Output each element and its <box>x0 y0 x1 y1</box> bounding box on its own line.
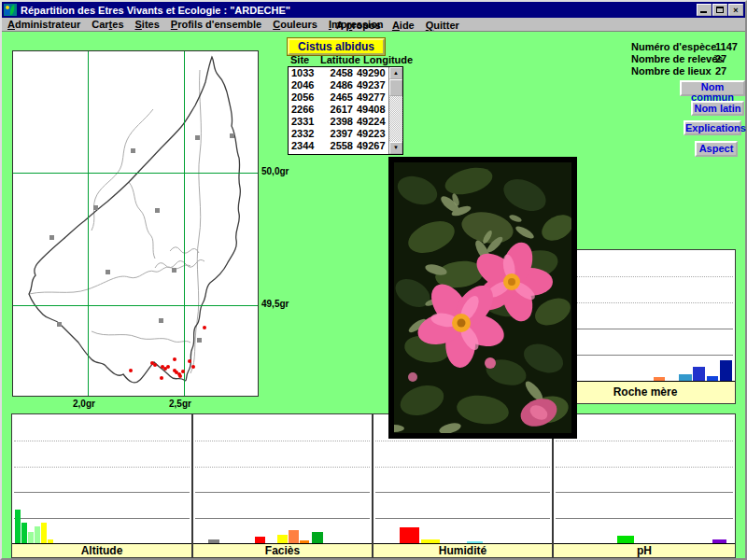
bar <box>35 526 40 544</box>
site-marker <box>155 208 160 213</box>
cell-longitude: 49223 <box>353 128 388 140</box>
column-header-longitude: Longitude <box>363 54 413 65</box>
gridline <box>557 276 733 277</box>
bar <box>720 360 732 381</box>
chart-area <box>554 414 735 544</box>
menu-right-group: A proposAideQuitter <box>331 18 465 32</box>
scroll-up-button[interactable]: ▲ <box>389 67 402 79</box>
gridline <box>557 329 733 329</box>
gridline <box>195 467 370 468</box>
close-button[interactable]: × <box>728 4 743 16</box>
site-marker <box>57 322 62 327</box>
latitude-tick-495: 49,5gr <box>261 299 289 309</box>
table-row[interactable]: 2344255849267 <box>289 140 388 152</box>
column-header-latitude: Latitude <box>320 54 360 65</box>
distribution-map[interactable] <box>12 50 259 397</box>
cell-longitude: 49237 <box>353 79 388 91</box>
cell-latitude: 2398 <box>319 116 353 128</box>
gridline <box>195 441 370 441</box>
bar <box>15 510 21 544</box>
scrollbar-thumb[interactable] <box>389 79 402 96</box>
window-title: Répartition des Etres Vivants et Ecologi… <box>21 5 697 16</box>
menu-profils-d-ensemble[interactable]: Profils d'ensemble <box>171 19 261 30</box>
chart-title-roche-mere: Roche mère <box>556 381 735 403</box>
occurrence-dot <box>129 369 133 372</box>
button-explications[interactable]: Explications <box>684 120 741 135</box>
site-marker <box>49 235 54 240</box>
site-marker <box>131 148 135 153</box>
table-row[interactable]: 2332239749223 <box>289 128 388 140</box>
gridline <box>14 518 190 519</box>
menu-cartes[interactable]: Cartes <box>92 19 123 30</box>
cistus-photo-image <box>394 162 571 433</box>
table-row[interactable]: 2331239849224 <box>289 116 388 128</box>
site-marker <box>195 135 200 140</box>
gridline <box>14 492 190 493</box>
chart-title-humidite: Humidité <box>374 543 552 557</box>
close-icon: × <box>733 6 738 15</box>
table-row[interactable]: 2046248649237 <box>289 79 388 91</box>
stat-label: Nombre de lieux <box>631 65 710 77</box>
bar <box>289 530 299 544</box>
cell-latitude: 2558 <box>319 140 353 152</box>
gridline <box>375 441 550 441</box>
client-area: 50,0gr 49,5gr 2,0gr 2,5gr Cistus albidus… <box>2 32 745 558</box>
table-row[interactable]: 1033245849290 <box>289 67 388 79</box>
menu-administrateur[interactable]: Administrateur <box>7 19 80 30</box>
bar <box>41 523 47 544</box>
menu-bar: AdministrateurCartesSitesProfils d'ensem… <box>2 18 745 32</box>
stat-label: Nombre de relevés <box>631 53 710 65</box>
sites-list-body: 1033245849290204624864923720562465492772… <box>289 67 388 154</box>
menu-sites[interactable]: Sites <box>135 19 160 30</box>
chart-title-facies: Faciès <box>193 543 372 557</box>
app-icon <box>4 4 17 16</box>
title-bar[interactable]: Répartition des Etres Vivants et Ecologi… <box>2 2 745 18</box>
button-aspect[interactable]: Aspect <box>695 141 738 157</box>
site-marker <box>93 205 98 210</box>
occurrence-dot <box>166 365 170 369</box>
menu-couleurs[interactable]: Couleurs <box>273 19 317 30</box>
site-marker <box>159 318 163 323</box>
gridline <box>556 467 733 468</box>
chart-area <box>193 414 372 544</box>
scroll-down-button[interactable]: ▼ <box>389 142 402 154</box>
chart-panel-altitude: Altitude <box>11 413 192 558</box>
bar <box>21 523 27 544</box>
menu-a-propos[interactable]: A propos <box>336 20 381 31</box>
site-marker <box>197 338 202 343</box>
cell-site: 2331 <box>289 116 319 128</box>
button-nom-latin[interactable]: Nom latin <box>691 101 744 116</box>
species-name-box: Cistus albidus <box>288 38 385 55</box>
vertical-scrollbar[interactable]: ▲ ▼ <box>388 67 402 154</box>
scrollbar-track[interactable] <box>389 79 402 142</box>
minimize-icon <box>700 11 707 13</box>
maximize-button[interactable] <box>712 4 727 16</box>
table-row[interactable]: 2266261749408 <box>289 104 388 116</box>
menu-quitter[interactable]: Quitter <box>426 20 459 31</box>
occurrence-dot <box>178 374 182 378</box>
chart-area <box>12 414 191 544</box>
cell-site: 2056 <box>289 91 319 104</box>
bar <box>693 367 705 381</box>
button-nom-commun[interactable]: Nom commun <box>680 80 745 96</box>
table-row[interactable]: 2056246549277 <box>289 91 388 104</box>
map-markers-layer <box>13 51 258 396</box>
cell-site: 2332 <box>289 128 319 140</box>
gridline <box>375 492 550 493</box>
menu-aide[interactable]: Aide <box>392 20 415 31</box>
sites-list-box: 1033245849290204624864923720562465492772… <box>288 66 403 155</box>
cell-longitude: 49224 <box>353 116 388 128</box>
cell-longitude: 49277 <box>353 91 388 104</box>
species-stats: Numéro d'espèce1147Nombre de relevés27No… <box>631 41 743 77</box>
gridline <box>375 518 550 519</box>
occurrence-dot <box>160 376 163 380</box>
occurrence-dot <box>173 357 176 361</box>
bar <box>679 374 692 381</box>
stat-row: Nombre de lieux27 <box>631 65 743 77</box>
cell-latitude: 2486 <box>319 79 353 91</box>
gridline <box>14 467 190 468</box>
gridline <box>195 492 370 493</box>
cell-latitude: 2465 <box>319 91 353 104</box>
minimize-button[interactable] <box>697 4 712 16</box>
gridline <box>557 355 733 356</box>
